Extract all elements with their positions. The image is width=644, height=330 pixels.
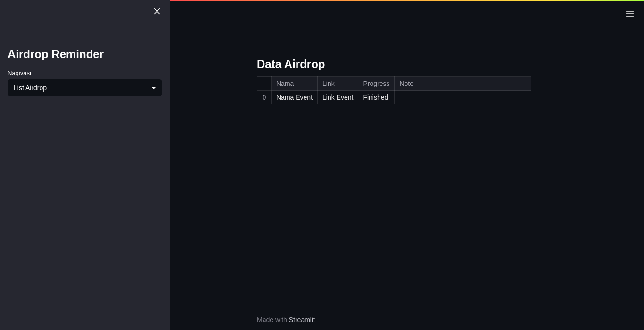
nav-select[interactable]: List Airdrop	[8, 79, 162, 96]
table-cell-progress[interactable]: Finished	[358, 91, 395, 104]
page-heading: Data Airdrop	[257, 58, 587, 71]
table-corner-cell	[257, 77, 272, 91]
main-area: Data Airdrop Nama Link Progress Note	[170, 0, 644, 330]
sidebar: Airdrop Reminder Nagivasi List Airdrop	[0, 0, 170, 330]
footer-brand-link[interactable]: Streamlit	[289, 316, 315, 323]
table-header-row: Nama Link Progress Note	[257, 77, 531, 91]
chevron-down-icon	[151, 87, 156, 89]
table-cell-note[interactable]	[395, 91, 531, 104]
table-col-link[interactable]: Link	[318, 77, 358, 91]
main-content: Data Airdrop Nama Link Progress Note	[170, 1, 644, 330]
table-cell-nama[interactable]: Nama Event	[272, 91, 318, 104]
table-col-nama[interactable]: Nama	[272, 77, 318, 91]
table-cell-link[interactable]: Link Event	[318, 91, 358, 104]
table-col-note[interactable]: Note	[395, 77, 531, 91]
app-root: Airdrop Reminder Nagivasi List Airdrop D…	[0, 0, 644, 330]
main-menu-button[interactable]	[624, 8, 636, 20]
hamburger-icon	[625, 9, 635, 20]
table-col-progress[interactable]: Progress	[358, 77, 395, 91]
close-icon	[153, 7, 161, 17]
footer-prefix: Made with	[257, 316, 289, 323]
sidebar-close-button[interactable]	[151, 6, 163, 18]
table-row-index: 0	[257, 91, 272, 104]
table-row[interactable]: 0 Nama Event Link Event Finished	[257, 91, 531, 104]
airdrop-table[interactable]: Nama Link Progress Note 0 Nama Event Lin…	[257, 76, 531, 104]
nav-select-label: Nagivasi	[8, 69, 162, 76]
sidebar-content: Airdrop Reminder Nagivasi List Airdrop	[0, 0, 170, 104]
nav-select-value: List Airdrop	[14, 84, 47, 92]
content-column: Data Airdrop Nama Link Progress Note	[257, 58, 587, 330]
footer: Made with Streamlit	[170, 316, 644, 323]
sidebar-title: Airdrop Reminder	[8, 48, 162, 61]
